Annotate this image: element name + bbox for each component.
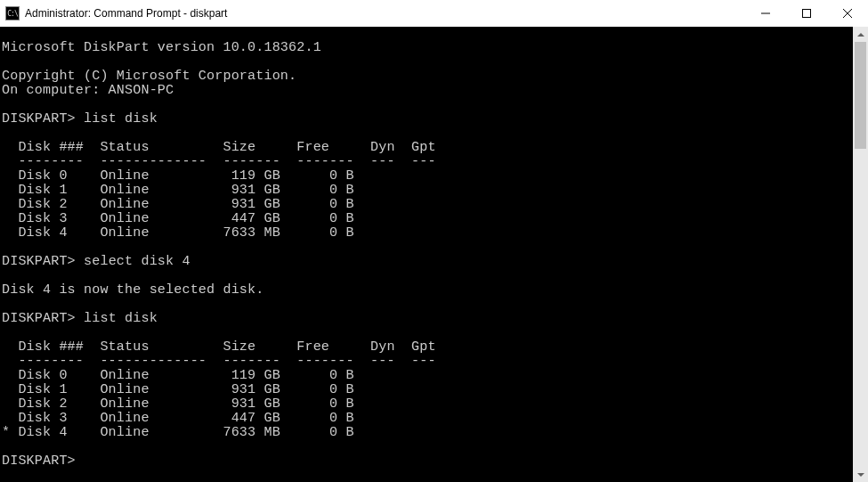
terminal-area: Microsoft DiskPart version 10.0.18362.1 … — [0, 27, 868, 482]
table-divider: -------- ------------- ------- ------- -… — [2, 154, 436, 169]
blank-line — [2, 54, 10, 69]
window-title: Administrator: Command Prompt - diskpart — [25, 7, 745, 20]
disk-row: * Disk 4 Online 7633 MB 0 B — [2, 425, 354, 440]
maximize-button[interactable] — [786, 0, 827, 27]
scrollbar[interactable] — [853, 27, 868, 482]
blank-line — [2, 297, 10, 312]
scroll-thumb[interactable] — [855, 42, 866, 149]
disk-row: Disk 3 Online 447 GB 0 B — [2, 411, 354, 426]
blank-line — [2, 97, 10, 112]
minimize-icon — [761, 9, 770, 18]
blank-line — [2, 240, 10, 255]
table-divider: -------- ------------- ------- ------- -… — [2, 354, 436, 369]
scroll-up-button[interactable] — [853, 27, 868, 42]
blank-line — [2, 27, 10, 41]
window-controls — [745, 0, 868, 27]
titlebar: C:\ Administrator: Command Prompt - disk… — [0, 0, 868, 27]
prompt-line: DISKPART> list disk — [2, 311, 158, 326]
close-button[interactable] — [827, 0, 868, 27]
maximize-icon — [802, 9, 811, 18]
close-icon — [843, 9, 852, 18]
cmd-icon: C:\ — [5, 6, 20, 20]
copyright-line: Copyright (C) Microsoft Corporation. — [2, 69, 296, 84]
disk-row: Disk 3 Online 447 GB 0 B — [2, 211, 354, 226]
cmd-icon-text: C:\ — [7, 10, 17, 18]
response-line: Disk 4 is now the selected disk. — [2, 282, 264, 298]
table-header: Disk ### Status Size Free Dyn Gpt — [2, 339, 436, 355]
prompt-line: DISKPART> list disk — [2, 111, 158, 127]
blank-line — [2, 268, 10, 283]
disk-row: Disk 1 Online 931 GB 0 B — [2, 382, 354, 397]
disk-row: Disk 0 Online 119 GB 0 B — [2, 368, 354, 383]
disk-row: Disk 1 Online 931 GB 0 B — [2, 183, 354, 198]
svg-rect-1 — [803, 10, 811, 18]
minimize-button[interactable] — [745, 0, 786, 27]
prompt-line[interactable]: DISKPART> — [2, 453, 76, 469]
chevron-up-icon — [857, 33, 864, 37]
disk-row: Disk 4 Online 7633 MB 0 B — [2, 225, 354, 241]
version-line: Microsoft DiskPart version 10.0.18362.1 — [2, 40, 321, 55]
disk-row: Disk 2 Online 931 GB 0 B — [2, 197, 354, 212]
chevron-down-icon — [857, 473, 864, 477]
blank-line — [2, 325, 10, 340]
table-header: Disk ### Status Size Free Dyn Gpt — [2, 140, 436, 155]
disk-row: Disk 0 Online 119 GB 0 B — [2, 168, 354, 184]
blank-line — [2, 439, 10, 454]
blank-line — [2, 126, 10, 141]
terminal-output[interactable]: Microsoft DiskPart version 10.0.18362.1 … — [0, 27, 853, 482]
computer-line: On computer: ANSON-PC — [2, 83, 174, 98]
prompt-line: DISKPART> select disk 4 — [2, 254, 191, 269]
scroll-down-button[interactable] — [853, 467, 868, 482]
disk-row: Disk 2 Online 931 GB 0 B — [2, 396, 354, 412]
